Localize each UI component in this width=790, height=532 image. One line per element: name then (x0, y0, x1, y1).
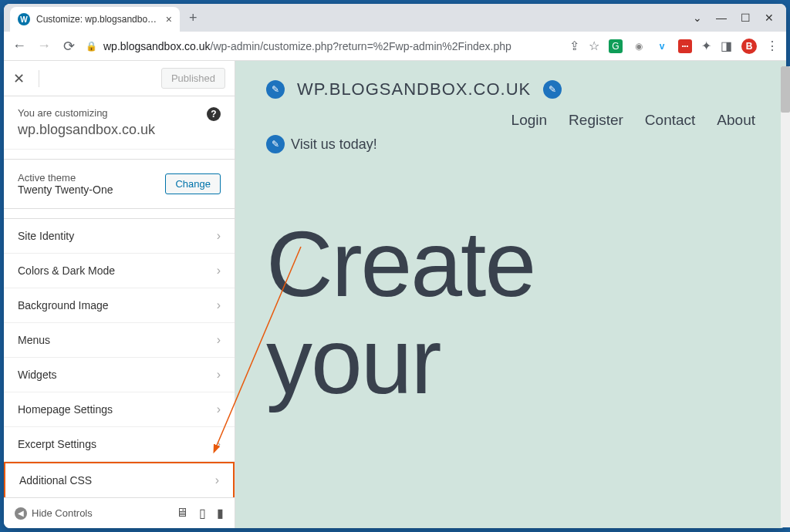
chevron-right-icon: › (217, 333, 221, 347)
desktop-preview-icon[interactable]: 🖥 (176, 506, 188, 520)
active-theme-label: Active theme (18, 172, 113, 184)
forward-button[interactable]: → (36, 38, 52, 54)
wordpress-icon: W (18, 13, 30, 25)
nav-register[interactable]: Register (569, 112, 623, 129)
chevron-right-icon: › (217, 437, 221, 451)
collapse-icon: ◀ (15, 507, 27, 520)
published-button[interactable]: Published (161, 68, 225, 89)
panel-list: Site Identity› Colors & Dark Mode› Backg… (4, 218, 235, 497)
chevron-right-icon: › (217, 264, 221, 278)
nav-contact[interactable]: Contact (645, 112, 695, 129)
extensions-icon[interactable]: ✦ (701, 39, 711, 53)
panel-item-homepage[interactable]: Homepage Settings› (4, 392, 235, 427)
ext-shield-icon[interactable]: ◉ (632, 39, 646, 53)
chevron-down-icon[interactable]: ⌄ (693, 12, 702, 24)
tablet-preview-icon[interactable]: ▯ (199, 506, 206, 520)
tagline-row: ✎ Visit us today! (266, 135, 755, 153)
panel-item-colors[interactable]: Colors & Dark Mode› (4, 254, 235, 288)
preview-scrollbar[interactable] (781, 66, 786, 527)
theme-section: Active theme Twenty Twenty-One Change (4, 159, 235, 209)
scroll-thumb[interactable] (781, 66, 786, 113)
ext-lastpass-icon[interactable]: ••• (678, 39, 692, 53)
addressbar: ← → ⟳ 🔒 wp.blogsandbox.co.uk/wp-admin/cu… (4, 32, 786, 61)
profile-avatar[interactable]: B (741, 39, 757, 54)
menu-icon[interactable]: ⋮ (766, 39, 778, 53)
nav-about[interactable]: About (717, 112, 755, 129)
preview-nav: Login Register Contact About (511, 112, 755, 129)
minimize-icon[interactable]: — (716, 12, 727, 24)
preview-site-title: WP.BLOGSANDBOX.CO.UK (297, 79, 531, 99)
panel-item-excerpt[interactable]: Excerpt Settings› (4, 427, 235, 462)
panel-item-widgets[interactable]: Widgets› (4, 358, 235, 392)
titlebar: W Customize: wp.blogsandbox.co... × + ⌄ … (4, 4, 786, 32)
help-icon[interactable]: ? (207, 107, 221, 121)
new-tab-button[interactable]: + (189, 10, 198, 26)
panel-item-menus[interactable]: Menus› (4, 323, 235, 358)
panel-item-site-identity[interactable]: Site Identity› (4, 219, 235, 254)
ext-grammarly-icon[interactable]: G (609, 39, 623, 53)
chevron-right-icon: › (217, 298, 221, 312)
extensions: ⇪ ☆ G ◉ v ••• ✦ ◨ B ⋮ (569, 39, 778, 54)
site-preview: ✎ WP.BLOGSANDBOX.CO.UK ✎ Login Register … (235, 61, 786, 528)
back-button[interactable]: ← (12, 38, 27, 54)
close-window-icon[interactable]: ✕ (765, 12, 774, 24)
close-customizer-icon[interactable]: ✕ (13, 70, 39, 87)
hide-controls-button[interactable]: ◀ Hide Controls (15, 507, 168, 520)
change-theme-button[interactable]: Change (165, 173, 221, 194)
panel-info: You are customizing ? wp.blogsandbox.co.… (4, 96, 235, 150)
tab-title: Customize: wp.blogsandbox.co... (36, 14, 160, 25)
close-tab-icon[interactable]: × (166, 13, 172, 25)
preview-header: ✎ WP.BLOGSANDBOX.CO.UK ✎ Login Register … (266, 79, 755, 129)
nav-login[interactable]: Login (511, 112, 548, 129)
ext-vimeo-icon[interactable]: v (655, 39, 669, 53)
panel-item-background[interactable]: Background Image› (4, 288, 235, 323)
customizing-label: You are customizing (18, 107, 221, 119)
chevron-right-icon: › (215, 473, 219, 487)
panel-footer: ◀ Hide Controls 🖥 ▯ ▮ (4, 497, 235, 528)
share-icon[interactable]: ⇪ (569, 39, 579, 53)
content-area: ✕ Published You are customizing ? wp.blo… (4, 61, 786, 528)
edit-tagline-icon[interactable]: ✎ (266, 135, 285, 153)
device-preview-icons: 🖥 ▯ ▮ (176, 506, 224, 520)
browser-window: W Customize: wp.blogsandbox.co... × + ⌄ … (4, 4, 786, 528)
chevron-right-icon: › (217, 368, 221, 382)
site-name: wp.blogsandbox.co.uk (18, 122, 221, 138)
hero-text: Create your (266, 215, 755, 409)
sidepanel-icon[interactable]: ◨ (721, 39, 732, 53)
browser-tab[interactable]: W Customize: wp.blogsandbox.co... × (10, 7, 180, 32)
edit-title-icon[interactable]: ✎ (266, 80, 285, 99)
chevron-right-icon: › (217, 402, 221, 416)
edit-nav-icon[interactable]: ✎ (543, 80, 562, 99)
customizer-panel: ✕ Published You are customizing ? wp.blo… (4, 61, 235, 528)
panel-header: ✕ Published (4, 61, 235, 96)
url-bar[interactable]: 🔒 wp.blogsandbox.co.uk/wp-admin/customiz… (86, 40, 560, 52)
window-controls: ⌄ — ☐ ✕ (693, 12, 780, 24)
maximize-icon[interactable]: ☐ (741, 12, 751, 24)
mobile-preview-icon[interactable]: ▮ (217, 506, 224, 520)
panel-item-additional-css[interactable]: Additional CSS› (4, 462, 235, 497)
reload-button[interactable]: ⟳ (61, 38, 76, 55)
chevron-right-icon: › (217, 229, 221, 243)
preview-tagline: Visit us today! (291, 136, 377, 153)
lock-icon: 🔒 (86, 41, 97, 52)
bookmark-icon[interactable]: ☆ (589, 39, 599, 53)
theme-name: Twenty Twenty-One (18, 184, 113, 196)
